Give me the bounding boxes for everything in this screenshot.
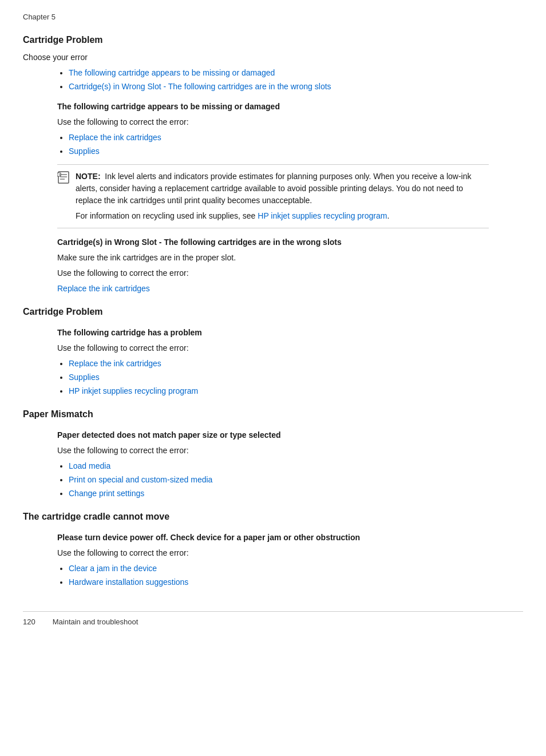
note-box-1: ✎ NOTE: Ink level alerts and indicators … xyxy=(57,164,489,228)
sub-heading-cartridge-problem: The following cartridge has a problem xyxy=(57,327,523,339)
body-text-paper-mismatch: Use the following to correct the error: xyxy=(57,445,523,457)
body-text-wrong-slot-2: Use the following to correct the error: xyxy=(57,267,523,279)
body-text-missing: Use the following to correct the error: xyxy=(57,116,523,128)
list-item: Change print settings xyxy=(69,488,523,500)
link-missing-or-damaged[interactable]: The following cartridge appears to be mi… xyxy=(69,68,275,77)
list-item: Load media xyxy=(69,460,523,472)
list-item: Print on special and custom-sized media xyxy=(69,474,523,486)
body-text-wrong-slot-1: Make sure the ink cartridges are in the … xyxy=(57,252,523,264)
link-print-special[interactable]: Print on special and custom-sized media xyxy=(69,475,212,484)
footer-title: Maintain and troubleshoot xyxy=(53,616,139,628)
section-heading-cartridge-problem-2: Cartridge Problem xyxy=(23,305,523,319)
link-supplies-1[interactable]: Supplies xyxy=(69,147,100,156)
link-replace-cartridges-1[interactable]: Replace the ink cartridges xyxy=(69,133,161,142)
link-clear-jam[interactable]: Clear a jam in the device xyxy=(69,564,157,573)
note-label: NOTE: xyxy=(76,172,101,181)
link-load-media[interactable]: Load media xyxy=(69,461,110,470)
list-item: Clear a jam in the device xyxy=(69,563,523,575)
intro-text-1: Choose your error xyxy=(23,52,523,64)
section-heading-paper-mismatch: Paper Mismatch xyxy=(23,407,523,421)
link-recycling-1[interactable]: HP inkjet supplies recycling program xyxy=(258,211,387,220)
note-icon: ✎ xyxy=(57,171,71,184)
link-supplies-2[interactable]: Supplies xyxy=(69,373,100,382)
note-text-block: NOTE: Ink level alerts and indicators pr… xyxy=(76,171,489,222)
footer: 120 Maintain and troubleshoot xyxy=(23,611,523,628)
missing-links: Replace the ink cartridges Supplies xyxy=(69,132,523,157)
paper-mismatch-links: Load media Print on special and custom-s… xyxy=(69,460,523,500)
link-wrong-slot[interactable]: Cartridge(s) in Wrong Slot - The followi… xyxy=(69,82,331,91)
sub-heading-paper-detected: Paper detected does not match paper size… xyxy=(57,429,523,441)
link-replace-cartridges-2[interactable]: Replace the ink cartridges xyxy=(57,284,150,293)
wrong-slot-link: Replace the ink cartridges xyxy=(57,283,523,295)
cradle-links: Clear a jam in the device Hardware insta… xyxy=(69,563,523,588)
link-recycling-2[interactable]: HP inkjet supplies recycling program xyxy=(69,386,198,395)
cartridge-problem-links: Replace the ink cartridges Supplies HP i… xyxy=(69,358,523,397)
link-replace-cartridges-3[interactable]: Replace the ink cartridges xyxy=(69,359,161,368)
chapter-label: Chapter 5 xyxy=(23,11,523,23)
cartridge-problem-1-links: The following cartridge appears to be mi… xyxy=(69,67,523,93)
body-text-cradle: Use the following to correct the error: xyxy=(57,547,523,559)
sub-heading-missing-or-damaged: The following cartridge appears to be mi… xyxy=(57,101,523,113)
section-heading-cartridge-problem-1: Cartridge Problem xyxy=(23,33,523,47)
list-item: Supplies xyxy=(69,145,523,157)
list-item: The following cartridge appears to be mi… xyxy=(69,67,523,79)
list-item: Replace the ink cartridges xyxy=(69,358,523,370)
list-item: Supplies xyxy=(69,371,523,383)
svg-text:✎: ✎ xyxy=(58,173,61,176)
body-text-cartridge-problem: Use the following to correct the error: xyxy=(57,342,523,354)
list-item: Hardware installation suggestions xyxy=(69,576,523,588)
sub-heading-turn-off: Please turn device power off. Check devi… xyxy=(57,532,523,544)
footer-page-number: 120 xyxy=(23,616,35,628)
list-item: Cartridge(s) in Wrong Slot - The followi… xyxy=(69,81,523,93)
link-change-print-settings[interactable]: Change print settings xyxy=(69,489,144,498)
section-heading-cradle: The cartridge cradle cannot move xyxy=(23,510,523,524)
list-item: Replace the ink cartridges xyxy=(69,132,523,144)
sub-heading-wrong-slot: Cartridge(s) in Wrong Slot - The followi… xyxy=(57,236,523,248)
link-hardware-suggestions[interactable]: Hardware installation suggestions xyxy=(69,577,188,587)
list-item: HP inkjet supplies recycling program xyxy=(69,385,523,397)
